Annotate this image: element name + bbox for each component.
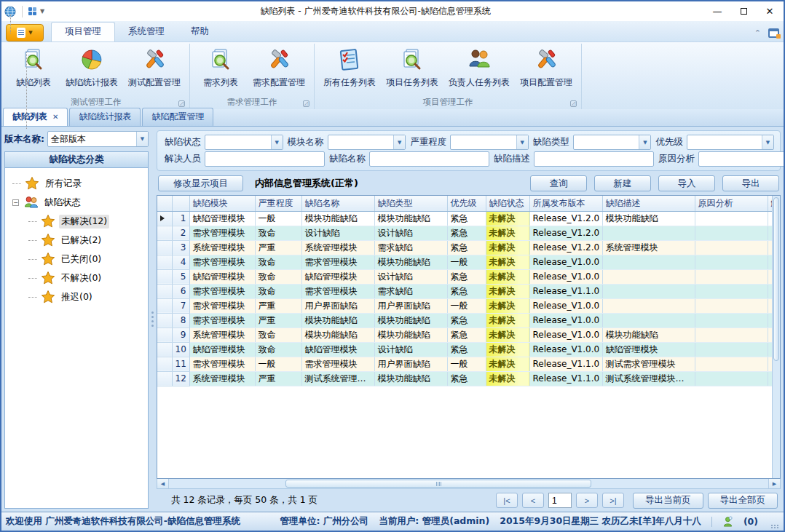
ribbon-tab[interactable]: 系统管理 <box>115 23 178 41</box>
table-cell[interactable]: 模块功能缺陷 <box>602 211 695 226</box>
table-cell[interactable]: Release_V1.0.0 <box>529 298 602 313</box>
table-cell[interactable] <box>695 357 768 371</box>
table-cell[interactable]: 未解决 <box>486 269 529 284</box>
ribbon-button[interactable]: 所有任务列表 <box>319 45 380 90</box>
table-cell[interactable] <box>695 298 768 313</box>
resize-grip[interactable] <box>771 525 779 528</box>
table-cell[interactable]: 未解决 <box>486 240 529 255</box>
table-cell[interactable]: 缺陷管理模块 <box>301 342 374 357</box>
table-cell[interactable]: 设计缺陷 <box>374 342 447 357</box>
table-row[interactable]: 3系统管理模块严重系统管理模块需求缺陷紧急未解决Release_V1.2.0系统… <box>157 240 772 255</box>
ribbon-button[interactable]: 负责人任务列表 <box>444 45 514 90</box>
table-cell[interactable]: 用户界面缺陷 <box>374 298 447 313</box>
export-all-pages-button[interactable]: 导出全部页 <box>708 493 778 509</box>
table-cell[interactable]: 系统管理模块 <box>301 240 374 255</box>
table-cell[interactable]: 缺陷管理模块 <box>189 269 255 284</box>
table-cell[interactable]: 未解决 <box>486 298 529 313</box>
table-cell[interactable]: 紧急 <box>447 211 486 226</box>
table-cell[interactable]: 需求管理模块 <box>189 313 255 327</box>
table-cell[interactable] <box>695 284 768 298</box>
tree-item[interactable]: 未解决(12) <box>28 212 145 231</box>
dialog-launcher-icon[interactable]: ◿ <box>303 100 309 107</box>
table-cell[interactable]: 致命 <box>255 255 301 269</box>
column-header[interactable]: 缺陷名称 <box>301 196 374 211</box>
table-cell[interactable]: 缺陷管理模块 <box>189 211 255 226</box>
table-cell[interactable]: 未解决 <box>486 357 529 371</box>
first-page-button[interactable]: |< <box>496 493 518 508</box>
chevron-down-icon[interactable]: ▼ <box>271 135 283 149</box>
filter-input[interactable] <box>369 151 489 167</box>
ribbon-tab[interactable]: 帮助 <box>178 23 222 41</box>
table-cell[interactable] <box>602 284 695 298</box>
table-cell[interactable] <box>602 269 695 284</box>
table-cell[interactable]: 紧急 <box>447 240 486 255</box>
table-cell[interactable]: 需求缺陷 <box>374 240 447 255</box>
table-row[interactable]: 4需求管理模块致命需求管理模块模块功能缺陷一般未解决Release_V1.0.0 <box>157 255 772 269</box>
ribbon-button[interactable]: 需求列表 <box>194 45 247 90</box>
table-cell[interactable]: Release_V1.2.0 <box>529 240 602 255</box>
table-cell[interactable]: 模块功能缺陷 <box>374 371 447 386</box>
table-row[interactable]: 6需求管理模块致命需求管理模块需求缺陷紧急未解决Release_V1.1.0 <box>157 284 772 298</box>
app-menu-button[interactable]: ▼ <box>6 24 44 41</box>
filter-select[interactable]: ▼ <box>450 135 529 150</box>
table-cell[interactable]: Release_V1.1.0 <box>529 371 602 386</box>
tree-item[interactable]: 已关闭(0) <box>28 250 145 269</box>
table-cell[interactable]: 模块功能缺陷 <box>374 255 447 269</box>
horizontal-scrollbar-thumb[interactable] <box>285 480 591 488</box>
table-cell[interactable]: 系统管理模块 <box>602 240 695 255</box>
table-cell[interactable]: 未解决 <box>486 211 529 226</box>
table-cell[interactable]: 需求管理模块 <box>301 357 374 371</box>
table-cell[interactable]: 紧急 <box>447 327 486 342</box>
tree-item[interactable]: 已解决(2) <box>28 231 145 250</box>
column-header[interactable]: 缺陷描述 <box>602 196 695 211</box>
table-row[interactable]: 8需求管理模块严重模块功能缺陷模块功能缺陷紧急未解决Release_V1.0.0 <box>157 313 772 327</box>
table-cell[interactable]: Release_V1.1.0 <box>529 284 602 298</box>
version-select[interactable]: 全部版本 ▼ <box>47 131 149 147</box>
ribbon-button[interactable]: 测试配置管理 <box>124 45 185 90</box>
column-header[interactable]: 缺陷模块 <box>189 196 255 211</box>
table-cell[interactable] <box>602 226 695 240</box>
chevron-down-icon[interactable]: ▼ <box>762 135 773 149</box>
table-cell[interactable] <box>695 211 768 226</box>
table-row[interactable]: 10缺陷管理模块致命缺陷管理模块设计缺陷紧急未解决Release_V1.0.0缺… <box>157 342 772 357</box>
table-cell[interactable]: Release_V1.0.0 <box>529 342 602 357</box>
dialog-launcher-icon[interactable]: ◿ <box>570 100 577 107</box>
filter-input[interactable] <box>534 151 654 167</box>
ribbon-button[interactable]: 项目任务列表 <box>382 45 443 90</box>
horizontal-scrollbar[interactable]: ◀ ▶ <box>157 479 781 489</box>
table-cell[interactable] <box>695 226 768 240</box>
table-cell[interactable]: 致命 <box>255 327 301 342</box>
ribbon-tab[interactable]: 项目管理 <box>51 22 115 41</box>
table-row[interactable]: 5缺陷管理模块致命缺陷管理模块设计缺陷紧急未解决Release_V1.0.0 <box>157 269 772 284</box>
table-cell[interactable]: 用户界面缺陷 <box>374 357 447 371</box>
search-button[interactable]: 查询 <box>530 175 587 191</box>
collapse-ribbon-icon[interactable]: ⌃ <box>754 28 761 38</box>
column-header[interactable]: 缺陷状态 <box>486 196 529 211</box>
table-row[interactable]: 9系统管理模块致命模块功能缺陷模块功能缺陷紧急未解决Release_V1.0.0… <box>157 327 772 342</box>
table-cell[interactable]: 未解决 <box>486 342 529 357</box>
table-cell[interactable]: 需求管理模块 <box>189 226 255 240</box>
next-page-button[interactable]: > <box>576 493 598 508</box>
table-cell[interactable]: 紧急 <box>447 342 486 357</box>
table-cell[interactable] <box>695 342 768 357</box>
filter-input[interactable] <box>205 151 325 167</box>
ribbon-button[interactable]: 需求配置管理 <box>248 45 309 90</box>
table-cell[interactable]: 缺陷管理模块 <box>301 269 374 284</box>
table-cell[interactable]: 测试系统管理模块… <box>602 371 695 386</box>
close-button[interactable]: ✕ <box>759 4 781 20</box>
quick-access-icon[interactable] <box>28 7 36 15</box>
column-header[interactable]: 所属发布版本 <box>529 196 602 211</box>
table-cell[interactable]: 用户界面缺陷 <box>301 298 374 313</box>
scroll-left-icon[interactable]: ◀ <box>157 479 169 488</box>
new-button[interactable]: 新建 <box>594 175 651 191</box>
table-cell[interactable]: 需求管理模块 <box>189 357 255 371</box>
column-header[interactable]: 严重程度 <box>255 196 301 211</box>
table-cell[interactable]: 模块功能缺陷 <box>374 313 447 327</box>
help-window-icon[interactable] <box>768 28 779 38</box>
table-cell[interactable] <box>602 313 695 327</box>
tree-item[interactable]: 不解决(0) <box>28 269 145 287</box>
chevron-down-icon[interactable]: ▼ <box>136 132 148 146</box>
table-cell[interactable]: 模块功能缺陷 <box>374 327 447 342</box>
table-cell[interactable]: 一般 <box>447 298 486 313</box>
document-tab[interactable]: 缺陷统计报表 <box>69 108 141 126</box>
